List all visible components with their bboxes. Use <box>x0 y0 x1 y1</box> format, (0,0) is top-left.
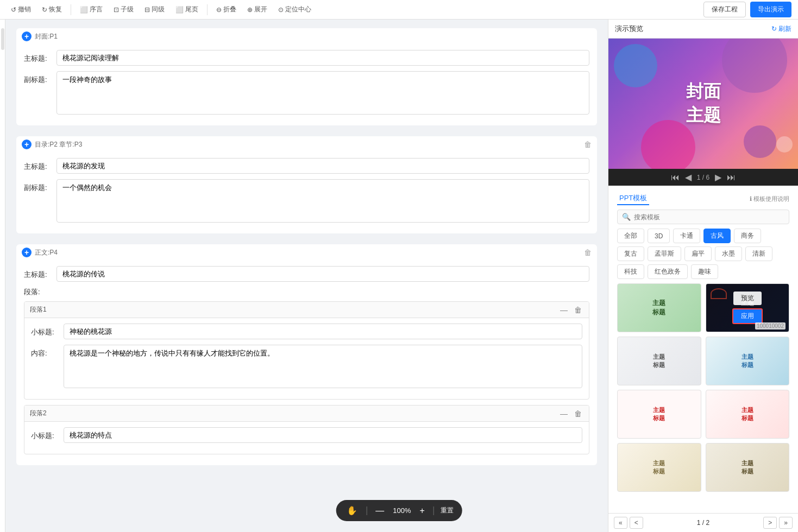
preview-controls: ⏮ ◀ 1 / 6 ▶ ⏭ <box>608 169 798 186</box>
redo-button[interactable]: ↻ 恢复 <box>37 3 66 16</box>
reset-button[interactable]: 重置 <box>441 506 454 515</box>
para-2-subtitle-input[interactable] <box>64 427 582 443</box>
prev-slide-button[interactable]: ◀ <box>685 172 692 182</box>
category-btn-business[interactable]: 商务 <box>734 229 761 243</box>
cover-title-row: 主标题: <box>24 50 589 66</box>
last-page-button[interactable]: » <box>779 517 793 529</box>
para-1-delete-button[interactable]: 🗑 <box>573 306 583 314</box>
cover-subtitle-textarea[interactable]: 一段神奇的故事 <box>56 71 589 115</box>
category-btn-redpolicy[interactable]: 红色政务 <box>648 264 688 279</box>
template-card-t3[interactable]: 主题 标题 <box>617 337 701 385</box>
category-btn-tech[interactable]: 科技 <box>617 264 644 279</box>
content-add-button[interactable]: + <box>22 248 32 257</box>
prev-page-button[interactable]: < <box>630 517 643 529</box>
toc-slide-header[interactable]: + 目录:P2 章节:P3 🗑 <box>16 136 597 153</box>
para-1-content-textarea[interactable]: 桃花源是一个神秘的地方，传说中只有有缘人才能找到它的位置。 <box>64 345 582 388</box>
refresh-button[interactable]: ↻ 刷新 <box>771 24 791 34</box>
collapse-button[interactable]: ⊖ 折叠 <box>212 3 241 16</box>
toc-delete-button[interactable]: 🗑 <box>584 140 592 149</box>
category-btn-ink[interactable]: 水墨 <box>715 246 742 261</box>
template-card-t2[interactable]: 主题 标题预览应用100010002 <box>706 283 790 332</box>
preface-button[interactable]: ⬜ 序言 <box>76 3 107 16</box>
content-delete-button[interactable]: 🗑 <box>584 248 592 257</box>
para-1-actions: — 🗑 <box>558 306 583 314</box>
child-button[interactable]: ⊡ 子级 <box>109 3 138 16</box>
cover-title-input[interactable] <box>56 50 589 66</box>
template-tabs-row: PPT模板 ℹ 模板使用说明 <box>613 190 794 210</box>
content-area: + 封面:P1 主标题: 副标题: 一段神奇的故事 + 目录:P2 章节:P3 … <box>5 20 608 532</box>
template-text-t6: 主题 标题 <box>742 406 753 422</box>
cover-slide-body: 主标题: 副标题: 一段神奇的故事 <box>16 45 597 125</box>
template-card-t7[interactable]: 主题 标题 <box>617 443 701 492</box>
template-text-t7: 主题 标题 <box>653 459 665 476</box>
tail-button[interactable]: ⬜ 尾页 <box>171 3 203 16</box>
category-btn-all[interactable]: 全部 <box>617 229 644 243</box>
cover-slide-header[interactable]: + 封面:P1 <box>16 28 597 45</box>
cover-slide-block: + 封面:P1 主标题: 副标题: 一段神奇的故事 <box>16 28 597 125</box>
toc-subtitle-row: 副标题: 一个偶然的机会 <box>24 179 589 223</box>
zoom-in-button[interactable]: + <box>417 504 426 518</box>
category-btn-menfis[interactable]: 孟菲斯 <box>648 246 681 261</box>
template-text-t8: 主题 标题 <box>742 459 753 476</box>
cover-subtitle-row: 副标题: 一段神奇的故事 <box>24 71 589 115</box>
para-2-collapse-button[interactable]: — <box>558 409 569 418</box>
para-1-subtitle-input[interactable] <box>64 324 582 339</box>
collapse-label: 折叠 <box>223 5 236 14</box>
category-btn-3d[interactable]: 3D <box>648 229 670 243</box>
content-slide-header[interactable]: + 正文:P4 🗑 <box>16 244 597 261</box>
refresh-icon: ↻ <box>771 25 777 33</box>
para-1-header: 段落1 — 🗑 <box>24 302 589 318</box>
template-card-t5[interactable]: 主题 标题 <box>617 390 701 439</box>
category-btn-flat[interactable]: 扁平 <box>684 246 712 261</box>
toc-subtitle-textarea[interactable]: 一个偶然的机会 <box>56 179 589 223</box>
slide-indicator: 1 / 6 <box>697 174 709 181</box>
next-page-button[interactable]: > <box>763 517 777 529</box>
template-card-t6[interactable]: 主题 标题 <box>706 390 790 439</box>
content-title-input[interactable] <box>56 266 589 282</box>
last-slide-button[interactable]: ⏭ <box>727 173 736 182</box>
tail-label: 尾页 <box>185 5 198 14</box>
tab-ppt-template[interactable]: PPT模板 <box>617 192 649 205</box>
category-btn-cartoon[interactable]: 卡通 <box>673 229 700 243</box>
sibling-button[interactable]: ⊟ 同级 <box>140 3 169 16</box>
template-card-t8[interactable]: 主题 标题 <box>706 443 790 492</box>
template-apply-button-t2[interactable]: 应用 <box>732 308 763 324</box>
expand-button[interactable]: ⊕ 展开 <box>243 3 272 16</box>
collapse-icon: ⊖ <box>216 6 222 14</box>
zoom-divider2 <box>433 506 434 515</box>
locate-button[interactable]: ⊙ 定位中心 <box>274 3 316 16</box>
preview-slide: 封面 主题 <box>608 39 798 169</box>
category-btn-ancient[interactable]: 古风 <box>703 229 731 243</box>
template-card-t1[interactable]: 主题 标题 <box>617 283 701 332</box>
zoom-divider <box>366 506 367 515</box>
template-card-t4[interactable]: 主题 标题 <box>706 337 790 385</box>
para-2-subtitle-row: 小标题: <box>31 427 582 443</box>
first-slide-button[interactable]: ⏮ <box>671 173 680 182</box>
first-page-button[interactable]: « <box>614 517 627 529</box>
category-btn-clean[interactable]: 清新 <box>745 246 772 261</box>
template-preview-button-t2[interactable]: 预览 <box>733 292 762 305</box>
bottom-nav-btns: « < <box>614 517 643 529</box>
para-1-collapse-button[interactable]: — <box>558 306 569 314</box>
toc-add-button[interactable]: + <box>22 140 32 149</box>
para-2-delete-button[interactable]: 🗑 <box>573 409 583 418</box>
category-btn-fun[interactable]: 趣味 <box>691 264 718 279</box>
page-num: 1 / 2 <box>697 519 709 527</box>
export-button[interactable]: 导出演示 <box>750 2 791 17</box>
bottom-nav-btns-right: > » <box>763 517 793 529</box>
next-slide-button[interactable]: ▶ <box>715 172 721 182</box>
toc-title-input[interactable] <box>56 158 589 174</box>
para-1-content-row: 内容: 桃花源是一个神秘的地方，传说中只有有缘人才能找到它的位置。 <box>31 345 582 388</box>
search-input[interactable] <box>634 213 784 221</box>
child-label: 子级 <box>121 5 134 14</box>
save-button[interactable]: 保存工程 <box>703 2 746 17</box>
para-1-content-label: 内容: <box>31 345 64 358</box>
redo-label: 恢复 <box>49 5 62 14</box>
template-text-t1: 主题 标题 <box>652 299 665 317</box>
zoom-out-button[interactable]: — <box>373 504 386 518</box>
category-btn-retro[interactable]: 复古 <box>617 246 644 261</box>
cover-add-button[interactable]: + <box>22 31 32 41</box>
undo-button[interactable]: ↺ 撤销 <box>7 3 35 16</box>
search-icon: 🔍 <box>622 213 631 221</box>
hand-tool-button[interactable]: ✋ <box>344 503 360 518</box>
